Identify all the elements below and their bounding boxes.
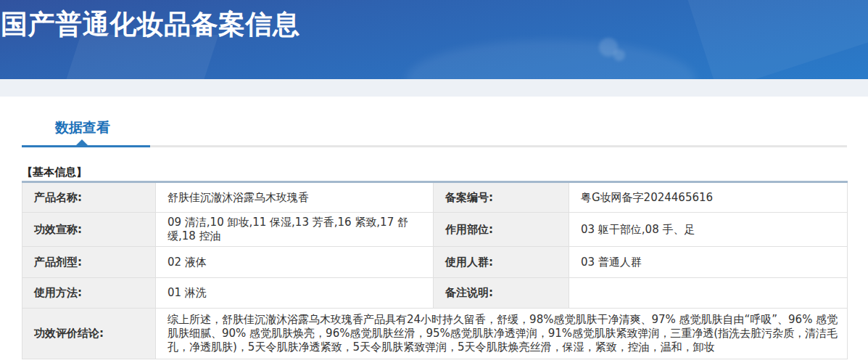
- table-row: 使用方法: 01 淋洗 备注说明:: [22, 278, 848, 309]
- field-label-efficacy-claims: 功效宣称:: [22, 213, 156, 247]
- field-value-product-name: 舒肤佳沉澈沐浴露乌木玫瑰香: [156, 182, 434, 213]
- section-title-basic-info: 【基本信息】: [22, 166, 847, 179]
- field-value-efficacy-claims: 09 清洁,10 卸妆,11 保湿,13 芳香,16 紧致,17 舒缓,18 控…: [156, 213, 434, 247]
- field-value-usage-method: 01 淋洗: [156, 278, 434, 309]
- field-value-product-form: 02 液体: [156, 247, 434, 278]
- banner-decor-dot: [613, 49, 625, 61]
- table-row: 功效评价结论: 综上所述，舒肤佳沉澈沐浴露乌木玫瑰香产品具有24小时持久留香，舒…: [22, 309, 848, 359]
- field-value-efficacy-conclusion: 综上所述，舒肤佳沉澈沐浴露乌木玫瑰香产品具有24小时持久留香，舒缓，98%感觉肌…: [156, 309, 848, 359]
- tab-active-arrow-icon: [76, 139, 88, 145]
- page-title: 国产普通化妆品备案信息: [0, 0, 868, 43]
- field-label-remarks: 备注说明:: [434, 278, 569, 309]
- banner-decor-ellipse: [406, 40, 696, 79]
- table-row: 功效宣称: 09 清洁,10 卸妆,11 保湿,13 芳香,16 紧致,17 舒…: [22, 213, 848, 247]
- page-header-banner: 国产普通化妆品备案信息: [0, 0, 868, 79]
- header-sub-band: [0, 79, 868, 97]
- tab-data-view[interactable]: 数据查看: [55, 118, 110, 136]
- table-row: 产品剂型: 02 液体 使用人群: 03 普通人群: [22, 247, 848, 278]
- field-value-target-users: 03 普通人群: [569, 247, 848, 278]
- main-content: 数据查看 【基本信息】 产品名称: 舒肤佳沉澈沐浴露乌木玫瑰香 备案编号: 粤G…: [0, 118, 868, 359]
- field-label-efficacy-conclusion: 功效评价结论:: [22, 309, 156, 359]
- basic-info-table: 产品名称: 舒肤佳沉澈沐浴露乌木玫瑰香 备案编号: 粤G妆网备字20244656…: [22, 181, 848, 359]
- field-value-remarks: [569, 278, 848, 309]
- field-value-application-area: 03 躯干部位,08 手、足: [569, 213, 848, 247]
- field-label-usage-method: 使用方法:: [22, 278, 156, 309]
- field-label-application-area: 作用部位:: [434, 213, 569, 247]
- field-label-product-name: 产品名称:: [22, 182, 156, 213]
- tab-active-indicator: [22, 145, 150, 147]
- tab-bar: 数据查看: [22, 118, 847, 147]
- field-value-filing-number: 粤G妆网备字2024465616: [569, 182, 848, 213]
- table-row: 产品名称: 舒肤佳沉澈沐浴露乌木玫瑰香 备案编号: 粤G妆网备字20244656…: [22, 182, 848, 213]
- tab-underline: [22, 145, 847, 147]
- field-label-target-users: 使用人群:: [434, 247, 569, 278]
- field-label-product-form: 产品剂型:: [22, 247, 156, 278]
- field-label-filing-number: 备案编号:: [434, 182, 569, 213]
